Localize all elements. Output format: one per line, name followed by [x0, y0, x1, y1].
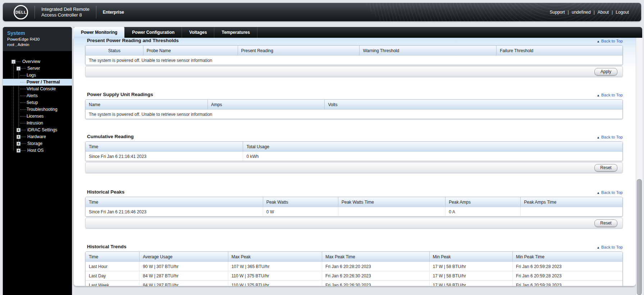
sidebar-item-label: Troubleshooting [27, 106, 58, 113]
top-link-logout[interactable]: Logout [616, 10, 629, 15]
table-cell: Since Fri Jan 6 21:16:46 2023 [86, 207, 263, 216]
section-title: Power Supply Unit Readings [87, 92, 153, 97]
expand-icon[interactable]: + [17, 149, 20, 153]
table-cell: 84 W | 287 BTU/hr [139, 280, 228, 286]
link-separator: | [612, 10, 613, 15]
section-title: Present Power Reading and Thresholds [87, 38, 179, 43]
header-divider [96, 6, 96, 19]
column-header-time: Time [86, 252, 139, 262]
scrollbar-thumb[interactable] [637, 179, 642, 295]
back-to-top-link[interactable]: ▲Back to Top [597, 245, 623, 249]
sidebar-item-idrac-settings[interactable]: +iDRAC Settings [3, 127, 72, 133]
section-title: Historical Trends [87, 244, 127, 249]
sidebar-item-label: iDRAC Settings [27, 127, 57, 133]
column-header-failure-threshold: Failure Threshold [496, 46, 622, 55]
table-cell [520, 207, 622, 216]
tab-bar: Power MonitoringPower ConfigurationVolta… [74, 27, 642, 38]
tab-voltages[interactable]: Voltages [182, 27, 214, 38]
section-title-row: Power Supply Unit Readings▲Back to Top [85, 90, 623, 97]
sidebar-item-label: Server [27, 65, 40, 72]
table-cell: Last Day [86, 271, 139, 280]
section-historical-peaks: Historical Peaks▲Back to TopTimePeak Wat… [85, 187, 623, 228]
sidebar-item-hardware[interactable]: +Hardware [3, 133, 72, 140]
sidebar-item-storage[interactable]: +Storage [3, 140, 72, 147]
data-table: TimePeak WattsPeak Watts TimePeak AmpsPe… [85, 197, 623, 217]
table-cell: 17 W | 58 BTU/hr [429, 280, 512, 286]
sidebar-item-logs[interactable]: Logs [3, 72, 72, 79]
sidebar-item-virtual-console[interactable]: Virtual Console [3, 86, 72, 92]
sidebar-item-setup[interactable]: Setup [3, 99, 72, 106]
tab-temperatures[interactable]: Temperatures [214, 27, 257, 38]
table-cell: 107 W | 365 BTU/hr [228, 262, 322, 271]
apply-button[interactable]: Apply [594, 68, 617, 76]
back-to-top-link[interactable]: ▲Back to Top [597, 93, 623, 97]
section-present-power-reading-and-thresholds: Present Power Reading and Thresholds▲Bac… [85, 38, 623, 77]
table-cell: Last Hour [86, 262, 139, 271]
sidebar-item-host-os[interactable]: +Host OS [3, 147, 72, 154]
tree-stub [15, 62, 21, 62]
sidebar-item-intrusion[interactable]: Intrusion [3, 120, 72, 127]
back-to-top-link[interactable]: ▲Back to Top [597, 135, 623, 139]
vertical-scrollbar[interactable] [636, 38, 643, 295]
button-strip: Reset [85, 218, 623, 228]
table-cell: 17 W | 58 BTU/hr [429, 262, 512, 271]
column-header-average-usage: Average Usage [139, 252, 228, 262]
system-info-block: System PowerEdge R430 root , Admin [3, 27, 72, 53]
top-links: Support|undefined|About|Logout [548, 10, 641, 15]
collapse-icon[interactable]: - [12, 60, 15, 64]
section-title-row: Cumulative Reading▲Back to Top [85, 132, 623, 139]
sidebar-item-label: Host OS [27, 147, 44, 154]
section-power-supply-unit-readings: Power Supply Unit Readings▲Back to TopNa… [85, 90, 623, 119]
reset-button[interactable]: Reset [594, 164, 617, 172]
table-cell: Fri Jan 6 20:26:30 2023 [322, 280, 429, 286]
table-cell [338, 207, 446, 216]
data-table: TimeAverage UsageMax PeakMax Peak TimeMi… [85, 251, 623, 286]
table-row: Since Fri Jan 6 21:16:41 20230 kWh [86, 151, 622, 161]
sidebar-item-server[interactable]: -Server [3, 65, 72, 72]
back-to-top-link[interactable]: ▲Back to Top [597, 190, 623, 195]
top-link-undefined[interactable]: undefined [572, 10, 591, 15]
status-message-cell: The system is powered off. Unable to ret… [86, 109, 622, 119]
sidebar-item-label: Overview [22, 58, 40, 65]
tab-power-configuration[interactable]: Power Configuration [125, 27, 182, 38]
status-message-cell: The system is powered off. Unable to ret… [86, 55, 622, 65]
column-header-amps: Amps [207, 100, 324, 109]
system-user: root , Admin [7, 42, 68, 47]
reset-button[interactable]: Reset [594, 219, 617, 227]
sidebar-item-label: Licenses [27, 113, 44, 120]
expand-icon[interactable]: + [17, 135, 20, 139]
table-row: Last Week84 W | 287 BTU/hr110 W | 375 BT… [86, 280, 622, 286]
expand-icon[interactable]: + [17, 142, 20, 146]
tree-stub [20, 68, 26, 69]
table-row: Last Day84 W | 287 BTU/hr110 W | 375 BTU… [86, 271, 622, 280]
table-cell: Fri Jan 6 20:28:20 2023 [322, 262, 429, 271]
tab-power-monitoring[interactable]: Power Monitoring [74, 27, 124, 38]
sidebar-item-power-thermal[interactable]: Power / Thermal [3, 79, 72, 86]
table-cell: Fri Jan 6 20:59:28 2023 [512, 280, 622, 286]
sidebar-item-troubleshooting[interactable]: Troubleshooting [3, 106, 72, 113]
header-divider [35, 6, 35, 19]
data-table: TimeTotal UsageSince Fri Jan 6 21:16:41 … [85, 141, 623, 161]
back-to-top-link[interactable]: ▲Back to Top [597, 39, 623, 43]
sidebar-item-label: Logs [27, 72, 36, 79]
button-strip: Apply [85, 66, 623, 77]
table-cell: Fri Jan 6 20:26:30 2023 [322, 271, 429, 280]
column-header-warning-threshold: Warning Threshold [359, 46, 496, 55]
data-table: StatusProbe NamePresent ReadingWarning T… [85, 45, 623, 65]
sidebar-item-overview[interactable]: -Overview [3, 58, 72, 65]
tree-stub [20, 150, 26, 151]
section-title-row: Historical Peaks▲Back to Top [85, 187, 623, 195]
sidebar-item-label: Storage [27, 140, 42, 147]
sidebar-item-alerts[interactable]: Alerts [3, 92, 72, 99]
column-header-time: Time [86, 197, 263, 207]
system-model: PowerEdge R430 [7, 37, 68, 42]
table-cell: 110 W | 375 BTU/hr [228, 280, 322, 286]
top-link-support[interactable]: Support [550, 10, 565, 15]
expand-icon[interactable]: + [17, 128, 20, 132]
collapse-icon[interactable]: - [17, 67, 20, 71]
tree-stub [20, 137, 26, 137]
sidebar-item-licenses[interactable]: Licenses [3, 113, 72, 120]
product-title: Integrated Dell Remote Access Controller… [41, 6, 90, 18]
column-header-peak-watts-time: Peak Watts Time [338, 197, 446, 207]
top-link-about[interactable]: About [598, 10, 609, 15]
